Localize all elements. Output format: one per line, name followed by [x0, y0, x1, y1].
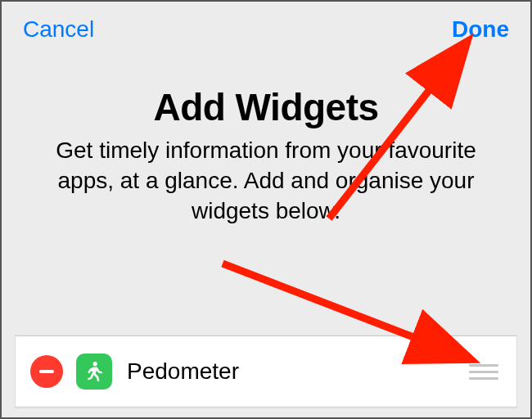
grip-line-icon — [469, 377, 498, 380]
page-title: Add Widgets — [34, 85, 498, 129]
reorder-handle[interactable] — [469, 360, 502, 383]
minus-icon — [39, 370, 54, 373]
page-description: Get timely information from your favouri… — [34, 136, 498, 227]
grip-line-icon — [469, 364, 498, 367]
widget-list-card: Pedometer — [15, 336, 517, 408]
widget-row-label: Pedometer — [127, 358, 469, 385]
grip-line-icon — [469, 371, 498, 373]
hero-section: Add Widgets Get timely information from … — [2, 85, 530, 227]
remove-widget-button[interactable] — [30, 355, 63, 388]
walking-icon — [83, 360, 106, 383]
svg-point-0 — [93, 362, 97, 366]
widget-list-container: Pedometer — [15, 336, 517, 408]
done-button[interactable]: Done — [452, 16, 509, 43]
widgets-edit-screen: Cancel Done Add Widgets Get timely infor… — [0, 0, 532, 419]
widget-row: Pedometer — [16, 345, 516, 399]
nav-bar: Cancel Done — [2, 2, 530, 43]
cancel-button[interactable]: Cancel — [23, 16, 94, 43]
pedometer-app-icon — [76, 354, 112, 390]
